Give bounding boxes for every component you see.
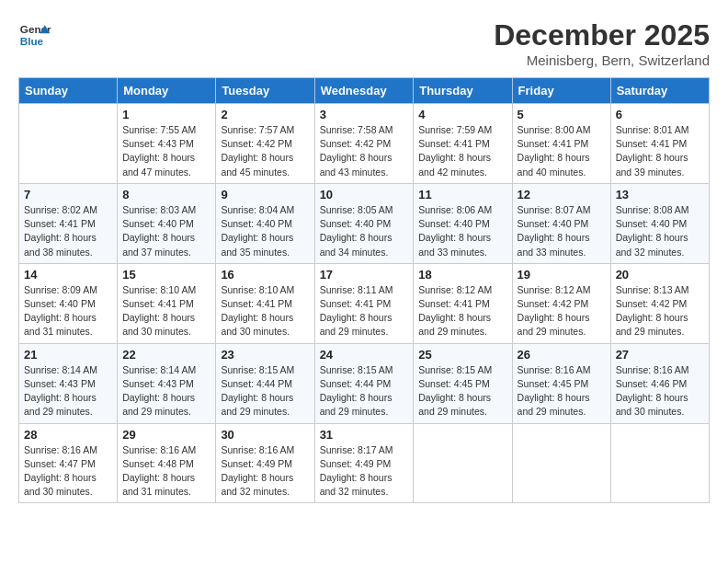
day-number: 20 (616, 268, 704, 282)
calendar-cell: 25Sunrise: 8:15 AMSunset: 4:45 PMDayligh… (414, 343, 512, 423)
day-info: Sunrise: 8:03 AMSunset: 4:40 PMDaylight:… (122, 203, 210, 259)
day-info: Sunrise: 8:00 AMSunset: 4:41 PMDaylight:… (518, 123, 606, 179)
calendar-cell: 7Sunrise: 8:02 AMSunset: 4:41 PMDaylight… (19, 183, 118, 263)
day-number: 18 (418, 268, 506, 282)
logo-icon: General Blue (18, 18, 51, 52)
day-number: 4 (418, 108, 506, 121)
day-number: 12 (518, 188, 606, 201)
calendar-cell: 16Sunrise: 8:10 AMSunset: 4:41 PMDayligh… (216, 263, 314, 343)
day-info: Sunrise: 8:16 AMSunset: 4:47 PMDaylight:… (24, 443, 112, 500)
calendar-cell: 24Sunrise: 8:15 AMSunset: 4:44 PMDayligh… (314, 343, 414, 423)
day-info: Sunrise: 8:12 AMSunset: 4:41 PMDaylight:… (418, 283, 506, 339)
calendar-week-row: 21Sunrise: 8:14 AMSunset: 4:43 PMDayligh… (19, 343, 710, 423)
day-of-week-header: Sunday (19, 78, 118, 104)
calendar-week-row: 1Sunrise: 7:55 AMSunset: 4:43 PMDaylight… (19, 104, 710, 184)
calendar-cell: 27Sunrise: 8:16 AMSunset: 4:46 PMDayligh… (610, 343, 709, 423)
calendar-week-row: 14Sunrise: 8:09 AMSunset: 4:40 PMDayligh… (19, 263, 710, 343)
day-info: Sunrise: 8:02 AMSunset: 4:41 PMDaylight:… (24, 203, 112, 259)
day-info: Sunrise: 8:07 AMSunset: 4:40 PMDaylight:… (518, 203, 606, 259)
day-info: Sunrise: 8:16 AMSunset: 4:46 PMDaylight:… (616, 363, 704, 419)
day-info: Sunrise: 8:11 AMSunset: 4:41 PMDaylight:… (320, 283, 409, 339)
day-info: Sunrise: 7:55 AMSunset: 4:43 PMDaylight:… (122, 123, 210, 179)
calendar-header-row: SundayMondayTuesdayWednesdayThursdayFrid… (19, 78, 710, 104)
day-number: 14 (24, 268, 112, 282)
day-number: 28 (24, 428, 112, 442)
day-info: Sunrise: 8:15 AMSunset: 4:44 PMDaylight:… (221, 363, 309, 419)
day-of-week-header: Saturday (610, 78, 709, 104)
calendar-cell: 18Sunrise: 8:12 AMSunset: 4:41 PMDayligh… (414, 263, 512, 343)
day-number: 21 (24, 348, 112, 362)
calendar-cell: 10Sunrise: 8:05 AMSunset: 4:40 PMDayligh… (314, 183, 414, 263)
day-number: 23 (221, 348, 309, 362)
calendar-cell: 21Sunrise: 8:14 AMSunset: 4:43 PMDayligh… (19, 343, 118, 423)
calendar-cell (610, 423, 709, 503)
calendar-cell: 12Sunrise: 8:07 AMSunset: 4:40 PMDayligh… (512, 183, 610, 263)
calendar-cell: 20Sunrise: 8:13 AMSunset: 4:42 PMDayligh… (610, 263, 709, 343)
calendar-cell: 31Sunrise: 8:17 AMSunset: 4:49 PMDayligh… (314, 423, 414, 503)
day-info: Sunrise: 8:10 AMSunset: 4:41 PMDaylight:… (122, 283, 210, 339)
day-number: 3 (320, 108, 409, 121)
calendar-cell: 17Sunrise: 8:11 AMSunset: 4:41 PMDayligh… (314, 263, 414, 343)
day-number: 31 (320, 428, 409, 442)
calendar-cell: 2Sunrise: 7:57 AMSunset: 4:42 PMDaylight… (216, 104, 314, 184)
day-number: 1 (122, 108, 210, 121)
day-number: 29 (122, 428, 210, 442)
calendar-cell: 28Sunrise: 8:16 AMSunset: 4:47 PMDayligh… (19, 423, 118, 503)
day-number: 7 (24, 188, 112, 201)
day-info: Sunrise: 7:58 AMSunset: 4:42 PMDaylight:… (320, 123, 409, 179)
calendar-week-row: 7Sunrise: 8:02 AMSunset: 4:41 PMDaylight… (19, 183, 710, 263)
calendar-cell: 4Sunrise: 7:59 AMSunset: 4:41 PMDaylight… (414, 104, 512, 184)
day-info: Sunrise: 8:10 AMSunset: 4:41 PMDaylight:… (221, 283, 309, 339)
calendar-cell: 11Sunrise: 8:06 AMSunset: 4:40 PMDayligh… (414, 183, 512, 263)
day-info: Sunrise: 8:14 AMSunset: 4:43 PMDaylight:… (24, 363, 112, 419)
day-number: 15 (122, 268, 210, 282)
day-number: 9 (221, 188, 309, 201)
day-info: Sunrise: 8:16 AMSunset: 4:49 PMDaylight:… (221, 443, 309, 500)
calendar-cell: 1Sunrise: 7:55 AMSunset: 4:43 PMDaylight… (118, 104, 216, 184)
calendar-week-row: 28Sunrise: 8:16 AMSunset: 4:47 PMDayligh… (19, 423, 710, 503)
month-title: December 2025 (494, 18, 710, 52)
day-number: 26 (518, 348, 606, 362)
calendar-cell: 6Sunrise: 8:01 AMSunset: 4:41 PMDaylight… (610, 104, 709, 184)
day-info: Sunrise: 8:04 AMSunset: 4:40 PMDaylight:… (221, 203, 309, 259)
calendar-cell: 23Sunrise: 8:15 AMSunset: 4:44 PMDayligh… (216, 343, 314, 423)
logo: General Blue (18, 18, 51, 52)
day-info: Sunrise: 7:59 AMSunset: 4:41 PMDaylight:… (418, 123, 506, 179)
day-number: 10 (320, 188, 409, 201)
day-info: Sunrise: 8:05 AMSunset: 4:40 PMDaylight:… (320, 203, 409, 259)
calendar-cell: 14Sunrise: 8:09 AMSunset: 4:40 PMDayligh… (19, 263, 118, 343)
calendar-cell: 13Sunrise: 8:08 AMSunset: 4:40 PMDayligh… (610, 183, 709, 263)
day-number: 19 (518, 268, 606, 282)
calendar-cell (512, 423, 610, 503)
day-info: Sunrise: 8:01 AMSunset: 4:41 PMDaylight:… (616, 123, 704, 179)
day-number: 2 (221, 108, 309, 121)
title-area: December 2025 Meinisberg, Bern, Switzerl… (494, 18, 710, 68)
calendar-cell: 5Sunrise: 8:00 AMSunset: 4:41 PMDaylight… (512, 104, 610, 184)
day-info: Sunrise: 8:17 AMSunset: 4:49 PMDaylight:… (320, 443, 409, 500)
calendar-cell: 8Sunrise: 8:03 AMSunset: 4:40 PMDaylight… (118, 183, 216, 263)
day-info: Sunrise: 8:16 AMSunset: 4:45 PMDaylight:… (518, 363, 606, 419)
calendar-cell: 26Sunrise: 8:16 AMSunset: 4:45 PMDayligh… (512, 343, 610, 423)
calendar-cell (19, 104, 118, 184)
day-info: Sunrise: 7:57 AMSunset: 4:42 PMDaylight:… (221, 123, 309, 179)
day-number: 13 (616, 188, 704, 201)
day-of-week-header: Wednesday (314, 78, 414, 104)
day-info: Sunrise: 8:06 AMSunset: 4:40 PMDaylight:… (418, 203, 506, 259)
calendar-cell: 3Sunrise: 7:58 AMSunset: 4:42 PMDaylight… (314, 104, 414, 184)
calendar-table: SundayMondayTuesdayWednesdayThursdayFrid… (18, 77, 710, 503)
day-info: Sunrise: 8:12 AMSunset: 4:42 PMDaylight:… (518, 283, 606, 339)
day-number: 6 (616, 108, 704, 121)
day-number: 24 (320, 348, 409, 362)
calendar-cell: 22Sunrise: 8:14 AMSunset: 4:43 PMDayligh… (118, 343, 216, 423)
day-of-week-header: Monday (118, 78, 216, 104)
calendar-cell: 29Sunrise: 8:16 AMSunset: 4:48 PMDayligh… (118, 423, 216, 503)
calendar-cell: 9Sunrise: 8:04 AMSunset: 4:40 PMDaylight… (216, 183, 314, 263)
day-number: 27 (616, 348, 704, 362)
day-number: 30 (221, 428, 309, 442)
day-info: Sunrise: 8:13 AMSunset: 4:42 PMDaylight:… (616, 283, 704, 339)
svg-text:Blue: Blue (20, 35, 44, 47)
day-of-week-header: Friday (512, 78, 610, 104)
day-info: Sunrise: 8:14 AMSunset: 4:43 PMDaylight:… (122, 363, 210, 419)
calendar-cell: 30Sunrise: 8:16 AMSunset: 4:49 PMDayligh… (216, 423, 314, 503)
location-subtitle: Meinisberg, Bern, Switzerland (494, 52, 710, 68)
